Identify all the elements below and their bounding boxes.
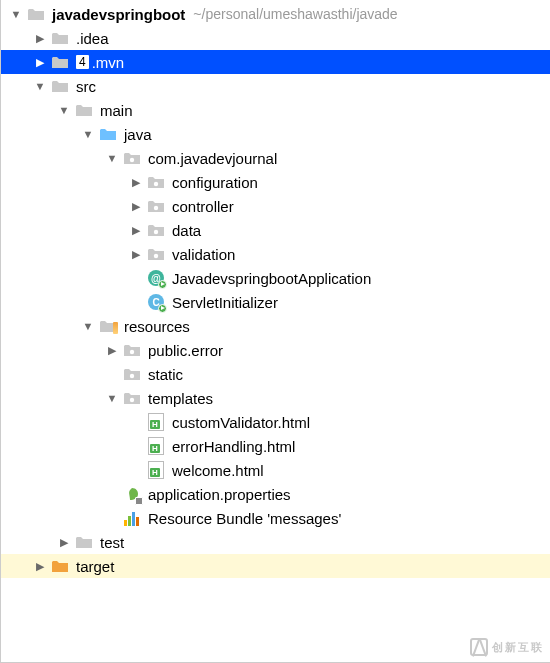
- svg-point-0: [130, 158, 134, 162]
- spring-boot-app-icon: @: [148, 270, 164, 286]
- svg-point-3: [154, 230, 158, 234]
- properties-file-icon: [124, 486, 140, 502]
- disclosure-down-icon[interactable]: ▼: [81, 128, 95, 140]
- folder-target-icon: [51, 559, 69, 573]
- disclosure-right-icon[interactable]: ▶: [33, 32, 47, 45]
- tree-item-label: .idea: [76, 30, 109, 47]
- folder-icon: [51, 55, 69, 69]
- tree-row[interactable]: ▼ src: [1, 74, 550, 98]
- package-icon: [147, 247, 165, 261]
- package-icon: [123, 343, 141, 357]
- folder-icon: [75, 535, 93, 549]
- tree-item-label: JavadevspringbootApplication: [172, 270, 371, 287]
- html-file-icon: H: [148, 461, 164, 479]
- disclosure-right-icon[interactable]: ▶: [129, 176, 143, 189]
- folder-icon: [51, 79, 69, 93]
- tree-item-label: static: [148, 366, 183, 383]
- tree-item-label: main: [100, 102, 133, 119]
- item-count-marker: 4: [76, 55, 89, 69]
- disclosure-right-icon[interactable]: ▶: [129, 200, 143, 213]
- tree-item-label: welcome.html: [172, 462, 264, 479]
- package-icon: [123, 391, 141, 405]
- java-class-icon: C: [148, 294, 164, 310]
- html-file-icon: H: [148, 437, 164, 455]
- watermark-text: 创新互联: [492, 640, 544, 655]
- tree-row[interactable]: ▶ target: [1, 554, 550, 578]
- project-tree[interactable]: ▼ javadevspringboot~/personal/umeshawast…: [1, 0, 550, 580]
- disclosure-right-icon[interactable]: ▶: [105, 344, 119, 357]
- tree-item-label: resources: [124, 318, 190, 335]
- svg-point-4: [154, 254, 158, 258]
- tree-row[interactable]: ▶ data: [1, 218, 550, 242]
- package-icon: [123, 367, 141, 381]
- package-icon: [147, 199, 165, 213]
- disclosure-down-icon[interactable]: ▼: [81, 320, 95, 332]
- disclosure-down-icon[interactable]: ▼: [33, 80, 47, 92]
- disclosure-right-icon[interactable]: ▶: [129, 248, 143, 261]
- tree-item-label: public.error: [148, 342, 223, 359]
- tree-item-label: .mvn: [92, 54, 125, 71]
- svg-point-1: [154, 182, 158, 186]
- tree-item-label: test: [100, 534, 124, 551]
- tree-row[interactable]: ▼ resources: [1, 314, 550, 338]
- tree-row[interactable]: @JavadevspringbootApplication: [1, 266, 550, 290]
- watermark: 创新互联: [470, 638, 544, 656]
- tree-item-label: target: [76, 558, 114, 575]
- tree-item-label: validation: [172, 246, 235, 263]
- tree-item-label: configuration: [172, 174, 258, 191]
- tree-row[interactable]: ▶ test: [1, 530, 550, 554]
- tree-item-label: ServletInitializer: [172, 294, 278, 311]
- tree-item-label: java: [124, 126, 152, 143]
- tree-row[interactable]: ▶ 4.mvn: [1, 50, 550, 74]
- package-icon: [123, 151, 141, 165]
- package-icon: [147, 175, 165, 189]
- folder-resources-icon: [99, 319, 117, 333]
- disclosure-right-icon[interactable]: ▶: [57, 536, 71, 549]
- tree-row[interactable]: application.properties: [1, 482, 550, 506]
- disclosure-right-icon[interactable]: ▶: [33, 560, 47, 573]
- tree-item-label: data: [172, 222, 201, 239]
- html-file-icon: H: [148, 413, 164, 431]
- tree-row[interactable]: static: [1, 362, 550, 386]
- tree-row[interactable]: ▶ configuration: [1, 170, 550, 194]
- tree-item-label: application.properties: [148, 486, 291, 503]
- tree-item-label: templates: [148, 390, 213, 407]
- folder-source-icon: [99, 127, 117, 141]
- package-icon: [147, 223, 165, 237]
- disclosure-down-icon[interactable]: ▼: [105, 152, 119, 164]
- resource-bundle-icon: [124, 510, 140, 526]
- tree-item-label: customValidator.html: [172, 414, 310, 431]
- folder-icon: [27, 7, 45, 21]
- svg-point-2: [154, 206, 158, 210]
- disclosure-down-icon[interactable]: ▼: [105, 392, 119, 404]
- tree-row[interactable]: ▼ javadevspringboot~/personal/umeshawast…: [1, 2, 550, 26]
- tree-row[interactable]: CServletInitializer: [1, 290, 550, 314]
- tree-row[interactable]: ▼ main: [1, 98, 550, 122]
- tree-row[interactable]: ▶ validation: [1, 242, 550, 266]
- watermark-logo-icon: [470, 638, 488, 656]
- path-suffix: ~/personal/umeshawasthi/javade: [193, 6, 397, 22]
- disclosure-right-icon[interactable]: ▶: [33, 56, 47, 69]
- tree-item-label: javadevspringboot: [52, 6, 185, 23]
- tree-row[interactable]: ▶ public.error: [1, 338, 550, 362]
- folder-icon: [51, 31, 69, 45]
- tree-row[interactable]: ▶ .idea: [1, 26, 550, 50]
- tree-row[interactable]: ▼ com.javadevjournal: [1, 146, 550, 170]
- tree-item-label: errorHandling.html: [172, 438, 295, 455]
- tree-row[interactable]: HcustomValidator.html: [1, 410, 550, 434]
- disclosure-down-icon[interactable]: ▼: [57, 104, 71, 116]
- disclosure-right-icon[interactable]: ▶: [129, 224, 143, 237]
- tree-row[interactable]: Resource Bundle 'messages': [1, 506, 550, 530]
- tree-row[interactable]: ▼ java: [1, 122, 550, 146]
- tree-row[interactable]: ▶ controller: [1, 194, 550, 218]
- svg-point-5: [130, 350, 134, 354]
- svg-point-7: [130, 398, 134, 402]
- tree-item-label: Resource Bundle 'messages': [148, 510, 341, 527]
- tree-row[interactable]: Hwelcome.html: [1, 458, 550, 482]
- tree-row[interactable]: HerrorHandling.html: [1, 434, 550, 458]
- disclosure-down-icon[interactable]: ▼: [9, 8, 23, 20]
- tree-item-label: com.javadevjournal: [148, 150, 277, 167]
- folder-icon: [75, 103, 93, 117]
- tree-row[interactable]: ▼ templates: [1, 386, 550, 410]
- tree-item-label: src: [76, 78, 96, 95]
